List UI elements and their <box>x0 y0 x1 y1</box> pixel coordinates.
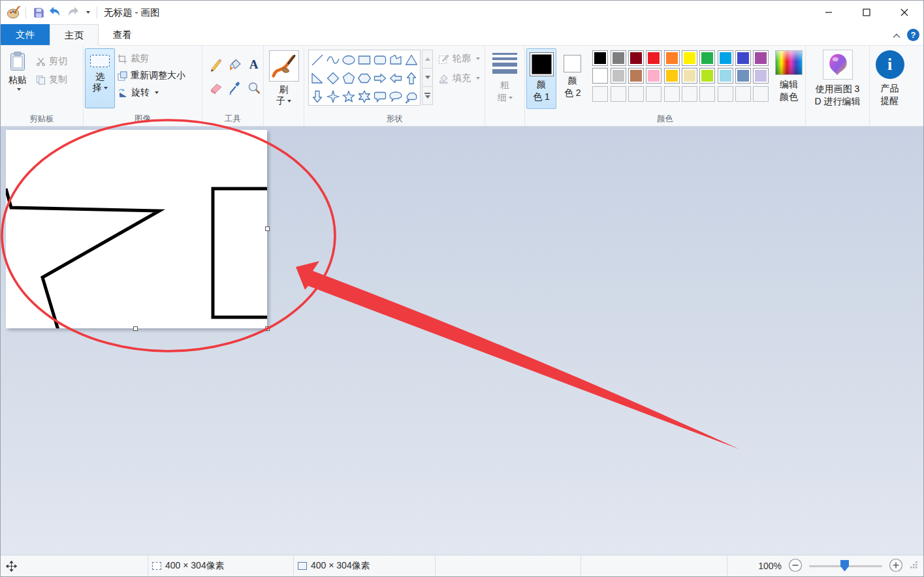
text-tool[interactable]: A <box>244 53 263 76</box>
shapes-more-button[interactable] <box>422 86 433 105</box>
edit-with-paint3d-button[interactable]: 使用画图 3 D 进行编辑 <box>815 48 861 108</box>
shape-arrow-down-icon[interactable] <box>310 87 325 106</box>
pencil-tool[interactable] <box>206 53 225 76</box>
shape-callout-oval-icon[interactable] <box>388 87 404 106</box>
zoom-out-button[interactable] <box>788 558 803 574</box>
collapse-ribbon-button[interactable] <box>893 29 900 41</box>
close-button[interactable] <box>885 1 923 24</box>
shapes-scroll-down-button[interactable] <box>422 68 433 87</box>
palette-swatch[interactable] <box>753 50 769 66</box>
canvas-resize-grip-bottom[interactable] <box>133 326 138 331</box>
minimize-button[interactable] <box>810 1 848 24</box>
cut-button[interactable]: 剪切 <box>36 54 67 69</box>
palette-swatch[interactable] <box>664 68 680 84</box>
palette-swatch-empty[interactable] <box>735 86 751 102</box>
palette-swatch-empty[interactable] <box>682 86 697 102</box>
zoom-slider-thumb[interactable] <box>840 560 849 572</box>
undo-button[interactable] <box>47 4 64 21</box>
maximize-button[interactable] <box>848 1 885 24</box>
save-button[interactable] <box>30 4 47 21</box>
crop-label: 裁剪 <box>131 53 149 65</box>
eraser-tool[interactable] <box>206 76 225 100</box>
palette-swatch[interactable] <box>699 50 715 66</box>
palette-swatch-empty[interactable] <box>611 86 626 102</box>
resize-button[interactable]: 重新调整大小 <box>118 69 185 83</box>
palette-swatch[interactable] <box>682 68 697 84</box>
tab-view[interactable]: 查看 <box>99 24 146 45</box>
shape-star-4-icon[interactable] <box>325 87 341 106</box>
shape-curve-icon[interactable] <box>325 51 341 69</box>
palette-swatch[interactable] <box>753 68 769 84</box>
palette-swatch-empty[interactable] <box>646 86 661 102</box>
canvas-resize-grip-right[interactable] <box>265 226 270 231</box>
palette-swatch[interactable] <box>611 50 626 66</box>
palette-swatch[interactable] <box>646 68 661 84</box>
palette-swatch-empty[interactable] <box>628 86 644 102</box>
edit-colors-button[interactable]: 编辑 颜色 <box>774 48 804 114</box>
palette-swatch-empty[interactable] <box>753 86 769 102</box>
product-alerts-button[interactable]: i 产品 提醒 <box>876 48 904 107</box>
shape-rectangle-icon[interactable] <box>357 51 372 69</box>
palette-swatch[interactable] <box>611 68 626 84</box>
shapes-scroll-up-button[interactable] <box>422 50 433 69</box>
magnifier-tool[interactable] <box>244 76 263 100</box>
palette-swatch[interactable] <box>735 50 751 66</box>
brushes-button[interactable]: 刷 子 <box>269 48 299 106</box>
tab-file[interactable]: 文件 <box>1 24 50 45</box>
color1-button[interactable]: 颜 色 1 <box>526 48 556 109</box>
palette-swatch[interactable] <box>718 68 733 84</box>
palette-swatch[interactable] <box>735 68 751 84</box>
shape-diamond-icon[interactable] <box>325 69 341 87</box>
palette-swatch[interactable] <box>718 50 733 66</box>
shape-star-5-icon[interactable] <box>341 87 357 106</box>
palette-swatch-empty[interactable] <box>699 86 715 102</box>
size-button[interactable]: 粗 细 <box>492 48 517 104</box>
select-button[interactable]: 选 择 <box>85 48 115 108</box>
shape-callout-rounded-icon[interactable] <box>372 87 388 106</box>
shape-ellipse-icon[interactable] <box>341 51 357 69</box>
palette-swatch[interactable] <box>628 68 644 84</box>
zoom-in-button[interactable] <box>889 558 903 574</box>
palette-swatch[interactable] <box>682 50 697 66</box>
shape-arrow-left-icon[interactable] <box>388 69 404 87</box>
fill-tool[interactable] <box>225 53 244 76</box>
shape-line-icon[interactable] <box>310 51 325 69</box>
palette-swatch[interactable] <box>592 50 608 66</box>
shape-polygon-icon[interactable] <box>388 51 404 69</box>
shape-hexagon-icon[interactable] <box>357 69 372 87</box>
palette-swatch-empty[interactable] <box>592 86 608 102</box>
outline-button[interactable]: 轮廓 <box>438 52 480 66</box>
shape-callout-cloud-icon[interactable] <box>404 87 419 106</box>
tab-home[interactable]: 主页 <box>50 24 99 46</box>
drawing-workspace[interactable] <box>1 127 923 556</box>
palette-swatch[interactable] <box>664 50 680 66</box>
palette-swatch[interactable] <box>646 50 661 66</box>
shape-star-6-icon[interactable] <box>357 87 372 106</box>
shape-arrow-right-icon[interactable] <box>372 69 388 87</box>
shape-fill-button[interactable]: 填充 <box>438 71 480 86</box>
line-thickness-icon <box>492 53 517 74</box>
palette-swatch[interactable] <box>592 68 608 84</box>
shape-pentagon-icon[interactable] <box>341 69 357 87</box>
crop-button[interactable]: 裁剪 <box>118 52 185 66</box>
color-picker-tool[interactable] <box>225 76 244 100</box>
zoom-slider[interactable] <box>809 565 882 567</box>
color2-button[interactable]: 颜 色 2 <box>559 48 586 109</box>
shape-triangle-icon[interactable] <box>404 51 419 69</box>
palette-swatch-empty[interactable] <box>664 86 680 102</box>
rotate-button[interactable]: 旋转 <box>118 86 185 100</box>
palette-swatch[interactable] <box>699 68 715 84</box>
palette-swatch-empty[interactable] <box>718 86 733 102</box>
canvas-resize-grip-corner[interactable] <box>265 326 270 331</box>
copy-button[interactable]: 复制 <box>36 72 67 87</box>
paste-button[interactable]: 粘贴 <box>2 48 33 114</box>
palette-swatch[interactable] <box>628 50 644 66</box>
paint-canvas[interactable] <box>6 130 267 328</box>
help-button[interactable]: ? <box>907 29 919 41</box>
shape-arrow-up-icon[interactable] <box>404 69 419 87</box>
window-resize-grip[interactable] <box>910 561 918 571</box>
quick-access-dropdown[interactable] <box>81 4 93 21</box>
shape-rounded-rectangle-icon[interactable] <box>372 51 388 69</box>
redo-button[interactable] <box>64 4 81 21</box>
shape-right-triangle-icon[interactable] <box>310 69 325 87</box>
